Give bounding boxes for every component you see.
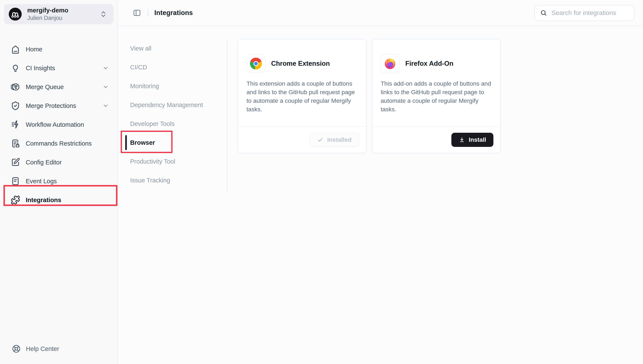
home-icon: [11, 44, 20, 54]
sidebar-item-merge-queue[interactable]: Merge Queue: [0, 78, 117, 96]
sidebar-item-label: Event Logs: [26, 178, 57, 185]
chevron-down-icon: [102, 84, 109, 90]
category-monitoring[interactable]: Monitoring: [130, 77, 227, 96]
chevrons-up-down-icon: [100, 10, 107, 18]
sidebar-item-event-logs[interactable]: Event Logs: [0, 172, 117, 190]
sidebar-item-label: Merge Protections: [26, 102, 76, 110]
sidebar-nav: Home CI Insights: [0, 40, 117, 210]
category-label: Developer Tools: [130, 120, 174, 128]
sidebar-item-config-editor[interactable]: Config Editor: [0, 153, 117, 172]
sidebar-item-label: CI Insights: [26, 65, 55, 72]
account-switcher[interactable]: mergify-demo Julien Danjou: [4, 4, 113, 24]
puzzle-icon: [11, 195, 20, 205]
card-footer: Installed: [238, 126, 366, 153]
category-list: View all CI/CD Monitoring Dependency Man…: [130, 39, 227, 192]
sidebar-item-integrations[interactable]: Integrations: [0, 190, 117, 210]
help-center-label: Help Center: [26, 345, 59, 352]
category-label: Issue Tracking: [130, 177, 170, 184]
card-title: Chrome Extension: [271, 60, 330, 68]
mergify-logo: [9, 8, 22, 20]
chrome-extension-card: Chrome Extension This extension adds a c…: [238, 39, 367, 153]
category-label: Browser: [130, 139, 155, 146]
download-icon: [459, 136, 465, 143]
sidebar-item-label: Config Editor: [26, 159, 62, 166]
install-button-label: Install: [469, 136, 486, 143]
help-center-link[interactable]: Help Center: [12, 344, 117, 353]
chevron-down-icon: [102, 102, 109, 109]
chevron-down-icon: [102, 65, 109, 71]
category-label: View all: [130, 45, 151, 52]
sidebar-item-label: Merge Queue: [26, 84, 64, 90]
installed-button[interactable]: Installed: [309, 133, 359, 147]
sidebar-item-label: Home: [26, 46, 42, 53]
account-labels: mergify-demo Julien Danjou: [27, 6, 68, 22]
check-icon: [317, 136, 324, 143]
integrations-search[interactable]: [534, 5, 634, 21]
active-category-indicator: [125, 135, 127, 150]
square-pen-icon: [11, 158, 20, 167]
category-ci-cd[interactable]: CI/CD: [130, 58, 227, 77]
category-label: Dependency Management: [130, 102, 203, 108]
account-user-name: Julien Danjou: [27, 14, 68, 22]
sidebar-toggle-button[interactable]: [132, 8, 142, 18]
integrations-content: View all CI/CD Monitoring Dependency Man…: [118, 26, 643, 192]
install-button[interactable]: Install: [451, 133, 493, 147]
sidebar-item-home[interactable]: Home: [0, 40, 117, 59]
sidebar-item-commands-restrictions[interactable]: Commands Restrictions: [0, 134, 117, 153]
category-label: Productivity Tool: [130, 158, 175, 165]
header-divider: [148, 9, 148, 16]
top-bar: Integrations: [118, 0, 643, 26]
panel-left-icon: [133, 8, 141, 17]
card-footer: Install: [372, 126, 500, 153]
sidebar-bottom: Help Center: [0, 344, 117, 364]
firefox-addon-card: Firefox Add-On This add-on adds a couple…: [372, 39, 501, 153]
card-body: Firefox Add-On This add-on adds a couple…: [372, 40, 500, 114]
sidebar-item-label: Integrations: [26, 196, 61, 204]
lightbulb-icon: [11, 64, 20, 73]
category-view-all[interactable]: View all: [130, 39, 227, 58]
sidebar-item-label: Commands Restrictions: [26, 140, 92, 147]
category-dependency-management[interactable]: Dependency Management: [130, 96, 227, 114]
account-org-name: mergify-demo: [27, 6, 68, 14]
search-icon: [540, 9, 547, 16]
sidebar-item-workflow-automation[interactable]: Workflow Automation: [0, 115, 117, 134]
file-text-icon: [11, 176, 20, 186]
card-description: This extension adds a couple of buttons …: [246, 80, 358, 114]
category-productivity-tool[interactable]: Productivity Tool: [130, 152, 227, 171]
life-buoy-icon: [12, 344, 21, 353]
shield-check-icon: [11, 101, 20, 110]
category-browser[interactable]: Browser: [130, 133, 227, 152]
page-title: Integrations: [154, 9, 193, 17]
merge-queue-icon: [11, 82, 20, 92]
card-body: Chrome Extension This extension adds a c…: [238, 40, 366, 114]
category-developer-tools[interactable]: Developer Tools: [130, 114, 227, 133]
firefox-logo-icon: [381, 54, 400, 73]
main-area: Integrations View all CI/CD Monitoring D…: [118, 0, 643, 364]
file-lock-icon: [11, 139, 20, 148]
sidebar-item-merge-protections[interactable]: Merge Protections: [0, 96, 117, 115]
installed-button-label: Installed: [327, 136, 352, 143]
category-issue-tracking[interactable]: Issue Tracking: [130, 171, 227, 190]
sidebar-item-label: Workflow Automation: [26, 121, 84, 128]
zap-lines-icon: [11, 120, 20, 129]
sidebar-item-ci-insights[interactable]: CI Insights: [0, 59, 117, 78]
integration-cards: Chrome Extension This extension adds a c…: [238, 39, 501, 153]
search-input[interactable]: [551, 9, 629, 16]
app-root: mergify-demo Julien Danjou Home: [0, 0, 643, 364]
card-title: Firefox Add-On: [405, 60, 453, 68]
chrome-logo-icon: [246, 54, 265, 73]
card-description: This add-on adds a couple of buttons and…: [381, 80, 492, 114]
sidebar: mergify-demo Julien Danjou Home: [0, 0, 118, 364]
category-label: CI/CD: [130, 64, 147, 71]
category-label: Monitoring: [130, 83, 159, 90]
